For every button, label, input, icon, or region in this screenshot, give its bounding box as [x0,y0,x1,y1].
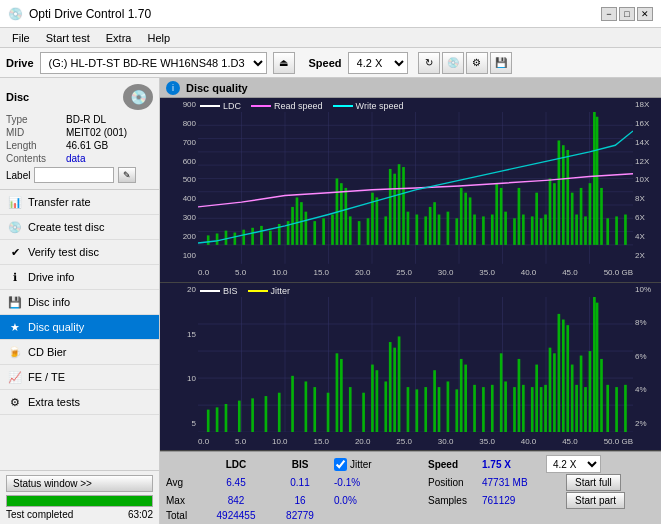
disc-length-row: Length 46.61 GB [6,140,153,151]
svg-rect-73 [549,178,552,244]
stats-speed-select[interactable]: 4.2 X [546,455,601,473]
sidebar-item-transfer-rate[interactable]: 📊 Transfer rate [0,190,159,215]
titlebar-left: 💿 Opti Drive Control 1.70 [8,7,151,21]
sidebar-item-extra-tests[interactable]: ⚙ Extra tests [0,390,159,415]
avg-ldc: 6.45 [206,477,266,488]
start-full-button[interactable]: Start full [566,474,621,491]
drive-select[interactable]: (G:) HL-DT-ST BD-RE WH16NS48 1.D3 [40,52,267,74]
svg-rect-55 [447,212,450,245]
chart1-svg [198,112,633,264]
disc-label-button[interactable]: ✎ [118,167,136,183]
disc-mid-row: MID MEIT02 (001) [6,127,153,138]
chart1-y-right: 18X 16X 14X 12X 10X 8X 6X 4X 2X [633,98,661,262]
svg-rect-57 [460,188,463,245]
ldc-color [200,105,220,107]
start-part-button[interactable]: Start part [566,492,625,509]
svg-rect-108 [265,396,268,432]
svg-rect-63 [495,183,498,245]
maximize-button[interactable]: □ [619,7,635,21]
left-panel: Disc 💿 Type BD-R DL MID MEIT02 (001) Len… [0,78,160,524]
max-ldc: 842 [206,495,266,506]
svg-rect-64 [500,188,503,245]
svg-rect-129 [447,381,450,432]
legend-jitter-label: Jitter [271,286,291,296]
speed-select[interactable]: 4.2 X [348,52,408,74]
svg-rect-120 [384,381,387,432]
refresh-button[interactable]: ↻ [418,52,440,74]
sidebar-item-create-test-disc[interactable]: 💿 Create test disc [0,215,159,240]
svg-rect-25 [260,226,263,245]
disc-label-input[interactable] [34,167,114,183]
svg-rect-133 [473,385,476,432]
progress-bar-fill [7,496,152,506]
svg-rect-79 [575,215,578,245]
total-label: Total [166,510,202,521]
jitter-label: Jitter [350,459,372,470]
stats-bis-header: BIS [270,459,330,470]
svg-rect-106 [238,400,241,432]
position-value: 47731 MB [482,477,562,488]
svg-rect-78 [571,193,574,245]
jitter-checkbox[interactable] [334,458,347,471]
disc-type-value: BD-R DL [66,114,106,125]
svg-rect-33 [313,221,316,245]
svg-rect-51 [424,216,427,244]
sidebar-item-disc-info[interactable]: 💾 Disc info [0,290,159,315]
svg-rect-156 [596,302,599,432]
svg-rect-68 [522,215,525,245]
sidebar-item-verify-test-disc[interactable]: ✔ Verify test disc [0,240,159,265]
svg-rect-139 [518,359,521,432]
sidebar-item-disc-quality[interactable]: ★ Disc quality [0,315,159,340]
app-title: Opti Drive Control 1.70 [29,7,151,21]
progress-bar [6,495,153,507]
svg-rect-146 [553,353,556,432]
stats-jitter-header: Jitter [334,458,424,471]
status-window-button[interactable]: Status window >> [6,475,153,492]
svg-rect-40 [358,221,361,245]
max-jitter: 0.0% [334,495,424,506]
sidebar-item-fe-te[interactable]: 📈 FE / TE [0,365,159,390]
svg-rect-136 [500,353,503,432]
menu-file[interactable]: File [4,31,38,45]
disc-type-label: Type [6,114,62,125]
drive-info-icon: ℹ [8,270,22,284]
disc-section: Disc 💿 Type BD-R DL MID MEIT02 (001) Len… [0,78,159,190]
settings-button[interactable]: ⚙ [466,52,488,74]
max-bis: 16 [270,495,330,506]
svg-rect-49 [407,212,410,245]
cd-bier-icon: 🍺 [8,345,22,359]
drive-eject-button[interactable]: ⏏ [273,52,295,74]
disc-button[interactable]: 💿 [442,52,464,74]
minimize-button[interactable]: − [601,7,617,21]
disc-quality-header: i Disc quality [160,78,661,98]
svg-rect-35 [331,215,334,245]
svg-rect-80 [580,188,583,245]
menu-extra[interactable]: Extra [98,31,140,45]
svg-rect-116 [349,387,352,432]
sidebar-label-drive-info: Drive info [28,271,74,283]
main-area: Disc 💿 Type BD-R DL MID MEIT02 (001) Len… [0,78,661,524]
svg-rect-115 [340,359,343,432]
svg-rect-125 [416,389,419,432]
sidebar-item-cd-bier[interactable]: 🍺 CD Bier [0,340,159,365]
svg-rect-20 [216,233,219,244]
svg-rect-43 [376,197,379,244]
svg-rect-84 [596,117,599,245]
disc-contents-value: data [66,153,85,164]
svg-rect-160 [624,385,627,432]
chart2-y-left: 20 15 10 5 [160,283,198,430]
stats-speed-header: Speed [428,459,478,470]
svg-rect-153 [584,387,587,432]
save-button[interactable]: 💾 [490,52,512,74]
sidebar-item-drive-info[interactable]: ℹ Drive info [0,265,159,290]
svg-rect-58 [464,193,467,245]
chart1-container: LDC Read speed Write speed 900 800 700 [160,98,661,283]
menu-help[interactable]: Help [139,31,178,45]
menubar: File Start test Extra Help [0,28,661,48]
read-speed-color [251,105,271,107]
titlebar-controls[interactable]: − □ ✕ [601,7,653,21]
svg-rect-53 [433,202,436,245]
svg-rect-26 [269,231,272,245]
menu-start-test[interactable]: Start test [38,31,98,45]
close-button[interactable]: ✕ [637,7,653,21]
